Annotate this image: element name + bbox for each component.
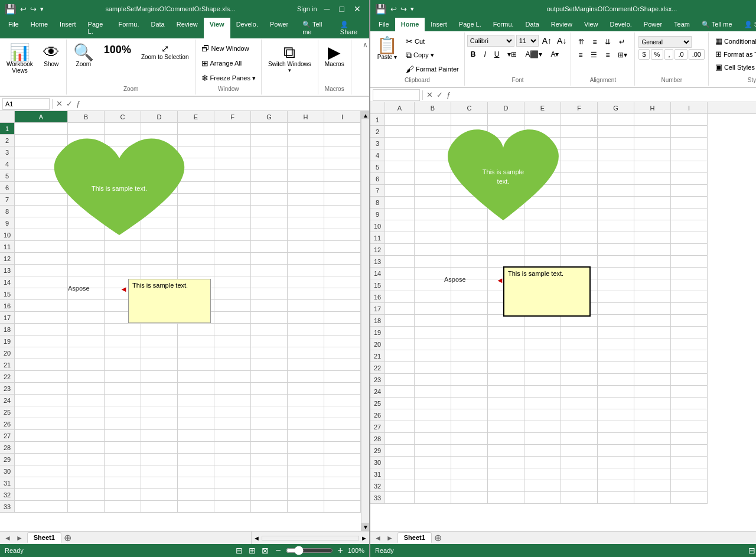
right-function-icon[interactable]: ƒ	[445, 90, 452, 99]
left-scroll-up[interactable]: ▲	[361, 111, 369, 119]
right-tab-file[interactable]: File	[373, 18, 395, 31]
left-tab-power[interactable]: Power	[264, 18, 294, 38]
left-row-31[interactable]: 31	[0, 477, 15, 489]
right-row-25[interactable]: 25	[370, 398, 385, 409]
left-tab-tellme[interactable]: 🔍 Tell me	[296, 18, 334, 38]
left-hscroll[interactable]: ◄ ►	[251, 532, 369, 545]
right-increase-decimal-btn[interactable]: .0	[674, 49, 687, 60]
right-cancel-icon[interactable]: ✕	[425, 90, 434, 99]
right-row-23[interactable]: 23	[370, 374, 385, 386]
right-row-30[interactable]: 30	[370, 457, 385, 468]
left-zoom100-btn[interactable]: 100%	[100, 42, 135, 64]
left-zoom-minus[interactable]: −	[275, 545, 281, 556]
right-tab-next[interactable]: ►	[384, 534, 395, 542]
right-row-28[interactable]: 28	[370, 433, 385, 445]
left-redo-icon[interactable]: ↪	[30, 5, 37, 14]
right-underline-btn[interactable]: U	[491, 48, 503, 60]
right-formula-input[interactable]	[453, 89, 756, 101]
left-row-22[interactable]: 22	[0, 371, 15, 383]
right-row-31[interactable]: 31	[370, 468, 385, 480]
right-format-table-btn[interactable]: ⊞ Format as Table ▾	[711, 48, 756, 60]
left-col-h[interactable]: H	[288, 111, 324, 122]
right-font-size-select[interactable]: 11	[516, 35, 539, 47]
right-row-12[interactable]: 12	[370, 244, 385, 256]
left-row-5[interactable]: 5	[0, 170, 15, 182]
right-top-align-btn[interactable]: ⇈	[575, 36, 588, 48]
right-comma-btn[interactable]: ,	[664, 49, 673, 60]
right-row-2[interactable]: 2	[370, 126, 385, 138]
right-increase-font-btn[interactable]: A↑	[540, 35, 553, 46]
right-copy-btn[interactable]: ⧉ Copy ▾	[403, 48, 462, 62]
left-tab-next[interactable]: ►	[14, 534, 25, 542]
left-row-25[interactable]: 25	[0, 406, 15, 418]
left-layout-view-icon[interactable]: ⊞	[247, 545, 258, 556]
right-row-16[interactable]: 16	[370, 291, 385, 303]
right-col-g[interactable]: G	[598, 102, 634, 113]
left-minimize-btn[interactable]: ─	[321, 3, 334, 15]
left-zoom-btn[interactable]: 🔍 Zoom	[69, 42, 98, 70]
left-normal-view-icon[interactable]: ⊟	[234, 545, 245, 556]
left-row-16[interactable]: 16	[0, 300, 15, 312]
left-add-sheet-btn[interactable]: ⊕	[61, 532, 74, 543]
left-tab-formulas[interactable]: Formu.	[113, 18, 145, 38]
right-tab-team[interactable]: Team	[668, 18, 696, 31]
right-col-e[interactable]: E	[524, 102, 561, 113]
left-share-btn[interactable]: 👤 Share	[334, 18, 369, 38]
right-row-26[interactable]: 26	[370, 409, 385, 421]
right-redo-icon[interactable]: ↪	[400, 5, 407, 14]
right-paste-btn[interactable]: 📋 Paste ▾	[373, 35, 402, 63]
left-row-28[interactable]: 28	[0, 442, 15, 454]
right-tab-formulas[interactable]: Formu.	[487, 18, 520, 31]
left-row-29[interactable]: 29	[0, 454, 15, 465]
left-switch-windows-btn[interactable]: ⧉ Switch Windows ▾	[264, 42, 315, 76]
left-scroll-down[interactable]: ▼	[361, 523, 369, 531]
right-row-27[interactable]: 27	[370, 421, 385, 433]
left-close-btn[interactable]: ✕	[350, 3, 364, 15]
left-col-d[interactable]: D	[141, 111, 178, 122]
left-col-e[interactable]: E	[178, 111, 214, 122]
right-fill-color-btn[interactable]: A⬛▾	[522, 48, 546, 60]
right-row-33[interactable]: 33	[370, 492, 385, 504]
right-row-19[interactable]: 19	[370, 327, 385, 338]
left-cell-ref[interactable]	[2, 98, 50, 110]
right-decrease-decimal-btn[interactable]: .00	[689, 49, 705, 60]
right-row-15[interactable]: 15	[370, 279, 385, 291]
left-tab-insert[interactable]: Insert	[54, 18, 82, 38]
left-tab-view[interactable]: View	[204, 18, 230, 38]
left-row-26[interactable]: 26	[0, 418, 15, 430]
left-tab-pagelayout[interactable]: Page L.	[82, 18, 113, 38]
right-mid-align-btn[interactable]: ≡	[589, 36, 600, 48]
right-cell-styles-btn[interactable]: ▣ Cell Styles ▾	[711, 61, 756, 73]
left-page-break-icon[interactable]: ⊠	[260, 545, 271, 556]
left-row-15[interactable]: 15	[0, 288, 15, 300]
left-arrange-all-btn[interactable]: ⊞ Arrange All	[198, 57, 245, 70]
right-currency-btn[interactable]: $	[638, 49, 649, 60]
right-col-d[interactable]: D	[488, 102, 524, 113]
left-maximize-btn[interactable]: □	[336, 3, 348, 15]
right-number-format-select[interactable]: General	[638, 36, 692, 48]
left-scroll-track[interactable]	[361, 119, 369, 523]
left-tab-prev[interactable]: ◄	[2, 534, 13, 542]
left-row-7[interactable]: 7	[0, 194, 15, 206]
right-tab-pagelayout[interactable]: Page L.	[453, 18, 487, 31]
right-tab-view[interactable]: View	[578, 18, 604, 31]
left-row-27[interactable]: 27	[0, 430, 15, 442]
left-row-8[interactable]: 8	[0, 206, 15, 217]
left-col-g[interactable]: G	[251, 111, 288, 122]
right-col-b[interactable]: B	[415, 102, 451, 113]
right-row-17[interactable]: 17	[370, 303, 385, 315]
left-undo-icon[interactable]: ↩	[20, 5, 27, 14]
right-bot-align-btn[interactable]: ⇊	[601, 36, 614, 48]
left-sheet1-tab[interactable]: Sheet1	[27, 532, 61, 543]
left-row-24[interactable]: 24	[0, 395, 15, 406]
left-row-21[interactable]: 21	[0, 359, 15, 371]
left-row-2[interactable]: 2	[0, 135, 15, 146]
left-tab-home[interactable]: Home	[25, 18, 54, 38]
right-share-btn[interactable]: 👤 Share	[738, 18, 756, 31]
left-col-i[interactable]: I	[324, 111, 361, 122]
left-zoom-plus[interactable]: +	[338, 545, 343, 556]
left-formula-input[interactable]	[83, 98, 367, 110]
right-col-h[interactable]: H	[634, 102, 671, 113]
left-zoom-selection-btn[interactable]: ⤢ Zoom to Selection	[137, 42, 193, 63]
left-col-f[interactable]: F	[214, 111, 251, 122]
